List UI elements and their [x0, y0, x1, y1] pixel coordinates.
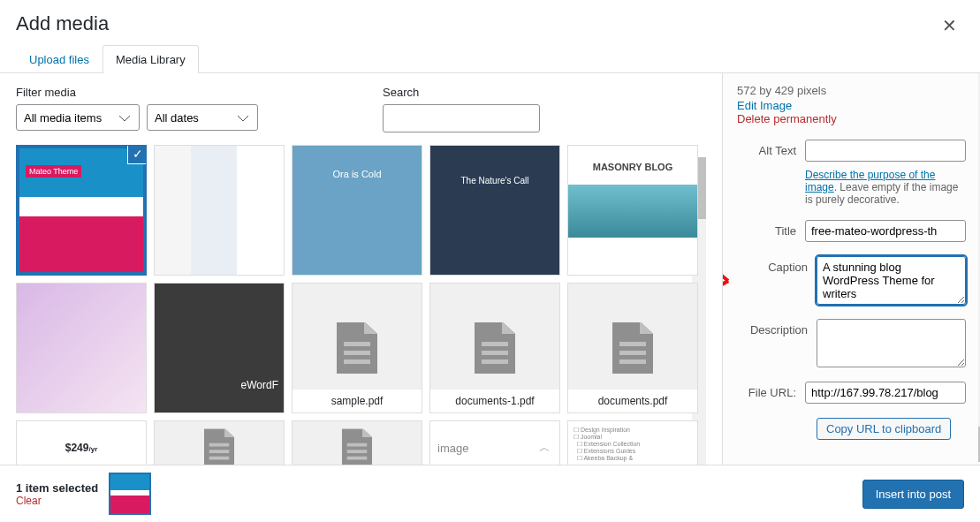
- media-item-pricing-card[interactable]: $249/yr: [16, 420, 147, 465]
- attachment-details-panel: 572 by 429 pixels Edit Image Delete perm…: [722, 73, 980, 465]
- file-caption: documents.pdf: [568, 390, 697, 412]
- media-item-ewordpress-banner[interactable]: eWordF: [154, 283, 285, 413]
- selected-check-icon: ✓: [128, 145, 147, 163]
- title-label: Title: [737, 220, 796, 242]
- media-item-sample-pdf[interactable]: sample.pdf: [292, 283, 422, 413]
- media-item-theme-mateo[interactable]: ✓: [16, 145, 147, 276]
- description-label: Description: [737, 319, 808, 367]
- chevron-up-icon: ︿: [539, 440, 551, 456]
- document-icon: [612, 322, 653, 374]
- document-icon: [337, 322, 377, 374]
- clear-selection-link[interactable]: Clear: [16, 495, 98, 507]
- filter-type-select[interactable]: All media items: [16, 104, 140, 131]
- media-item-file-partial-a[interactable]: [154, 420, 285, 465]
- thumb-overlay-text: Ora is Cold: [332, 169, 381, 179]
- field-alt-text: Alt Text Describe the purpose of the ima…: [737, 140, 966, 206]
- selection-count: 1 item selected: [16, 481, 98, 495]
- media-grid: ✓ Ora is Cold The Nature's Call MASONRY …: [16, 145, 708, 465]
- filter-media-label: Filter media: [16, 86, 258, 99]
- field-description: Description: [737, 319, 966, 367]
- search-group: Search: [383, 86, 540, 132]
- tab-media-library[interactable]: Media Library: [103, 45, 199, 73]
- file-caption: sample.pdf: [292, 390, 422, 412]
- title-input[interactable]: [805, 220, 966, 242]
- media-item-theme-masonry[interactable]: MASONRY BLOG: [567, 145, 698, 276]
- file-url-label: File URL:: [737, 382, 796, 404]
- copy-url-button[interactable]: Copy URL to clipboard: [817, 418, 951, 440]
- media-item-theme-blog-layout[interactable]: [154, 145, 285, 276]
- thumb-overlay-text: The Nature's Call: [461, 176, 529, 185]
- media-item-documents-1-pdf[interactable]: documents-1.pdf: [429, 283, 560, 413]
- document-icon: [342, 428, 373, 465]
- alt-text-input[interactable]: [805, 140, 966, 162]
- close-icon[interactable]: ✕: [935, 8, 964, 43]
- document-icon: [475, 322, 515, 374]
- thumb-overlay-text: image: [437, 442, 468, 455]
- media-item-theme-ora[interactable]: Ora is Cold: [292, 145, 422, 276]
- decorative: [568, 185, 697, 238]
- caption-textarea[interactable]: A stunning blog WordPress Theme for writ…: [817, 256, 966, 305]
- modal-body: Filter media All media items All dates S…: [0, 73, 980, 465]
- document-icon: [204, 428, 235, 465]
- filter-media-group: Filter media All media items All dates: [16, 86, 258, 132]
- media-item-image-placeholder[interactable]: image ︿: [429, 420, 560, 465]
- alt-text-label: Alt Text: [737, 140, 796, 206]
- field-caption: Caption A stunning blog WordPress Theme …: [737, 256, 966, 305]
- footer-selection: 1 item selected Clear: [16, 473, 151, 515]
- filters-row: Filter media All media items All dates S…: [16, 86, 708, 132]
- media-item-documents-pdf[interactable]: documents.pdf: [567, 283, 698, 413]
- field-file-url: File URL:: [737, 382, 966, 404]
- media-grid-scroll[interactable]: ✓ Ora is Cold The Nature's Call MASONRY …: [16, 145, 708, 465]
- thumb-overlay-text: MASONRY BLOG: [593, 162, 672, 172]
- tab-upload-files[interactable]: Upload files: [16, 45, 103, 73]
- file-url-input[interactable]: [805, 382, 966, 404]
- modal-title: Add media: [16, 12, 109, 35]
- delete-permanently-link[interactable]: Delete permanently: [737, 112, 966, 125]
- insert-into-post-button[interactable]: Insert into post: [862, 480, 964, 509]
- thumb-overlay-text: eWordF: [241, 379, 278, 391]
- decorative: $249/yr: [65, 442, 98, 454]
- filter-date-select[interactable]: All dates: [147, 104, 258, 131]
- selected-thumbnail[interactable]: [109, 473, 151, 515]
- tabs: Upload files Media Library: [0, 44, 980, 73]
- library-panel: Filter media All media items All dates S…: [0, 73, 722, 465]
- media-item-theme-nature[interactable]: The Nature's Call: [429, 145, 560, 276]
- media-item-flowers-pink[interactable]: [16, 283, 147, 413]
- caption-label: Caption: [737, 256, 808, 305]
- media-item-checklist-card[interactable]: ☐ Design Inspiration☐ Joomla! ☐ Extensio…: [567, 420, 698, 465]
- file-caption: documents-1.pdf: [430, 390, 559, 412]
- field-title: Title: [737, 220, 966, 242]
- add-media-modal: Add media ✕ Upload files Media Library F…: [0, 0, 980, 522]
- modal-footer: 1 item selected Clear Insert into post: [0, 465, 980, 522]
- media-item-file-partial-b[interactable]: [292, 420, 422, 465]
- description-textarea[interactable]: [817, 319, 966, 367]
- search-label: Search: [383, 86, 540, 99]
- modal-header: Add media ✕: [0, 0, 980, 44]
- edit-image-link[interactable]: Edit Image: [737, 99, 966, 112]
- search-input[interactable]: [383, 104, 540, 132]
- alt-text-help: Describe the purpose of the image. Leave…: [805, 169, 966, 206]
- attachment-dimensions: 572 by 429 pixels: [737, 84, 966, 97]
- decorative: ☐ Design Inspiration☐ Joomla! ☐ Extensio…: [574, 427, 640, 462]
